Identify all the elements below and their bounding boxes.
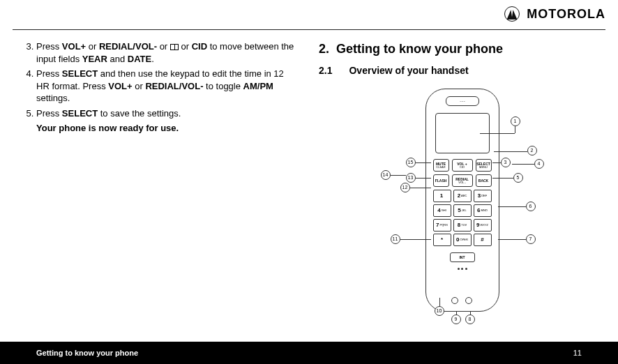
keynum: # xyxy=(481,236,483,244)
list-item: Press SELECT and then use the keypad to … xyxy=(36,68,299,105)
footer-title: Getting to know your phone xyxy=(36,349,138,357)
callout-4: 4 xyxy=(534,159,544,169)
lead-line xyxy=(416,178,431,179)
key-1: 1 xyxy=(433,190,451,202)
text: CID xyxy=(192,41,207,52)
keynum: * xyxy=(441,236,443,244)
callout-7: 7 xyxy=(526,234,536,244)
text: SELECT xyxy=(62,68,98,79)
text: Press xyxy=(36,68,62,79)
ready-note: Your phone is now ready for use. xyxy=(13,122,299,135)
left-column: Press VOL+ or REDIAL/VOL- or or CID to m… xyxy=(13,40,299,317)
callout-3: 3 xyxy=(501,158,511,167)
callout-15: 15 xyxy=(406,158,416,167)
lead-line xyxy=(416,162,431,163)
label: CLEAR xyxy=(436,166,445,169)
callout-6: 6 xyxy=(526,202,536,211)
lead-line xyxy=(492,178,513,179)
text: YEAR xyxy=(82,54,107,64)
back-button: BACK xyxy=(476,174,492,187)
text: SELECT xyxy=(62,108,98,119)
text: Press xyxy=(36,41,62,52)
key-9: 9WXYZ xyxy=(474,219,492,232)
text: settings. xyxy=(36,93,70,103)
subsection-name: Overview of your handset xyxy=(349,64,468,77)
keypad: 1 2ABC 3DEF 4GHI 5JKL 6MNO 7PQRS 8TUV 9W… xyxy=(433,190,492,246)
select-menu-button: SELECT MENU xyxy=(476,159,492,172)
lead-line xyxy=(391,175,406,176)
section-name: Getting to know your phone xyxy=(336,42,503,56)
keynum: 1 xyxy=(440,192,443,200)
text: REDIAL/VOL- xyxy=(145,81,203,91)
key-4: 4GHI xyxy=(433,204,451,217)
keylbl: OPER xyxy=(460,238,468,241)
callout-5: 5 xyxy=(513,173,523,183)
phonebook-icon xyxy=(170,44,179,50)
microphone-dots xyxy=(458,268,467,270)
earpiece xyxy=(446,96,479,106)
label: VOL - xyxy=(458,181,465,184)
text: . xyxy=(151,54,154,64)
key-2: 2ABC xyxy=(453,190,472,202)
mute-clear-button: MUTE CLEAR xyxy=(433,159,449,172)
keynum: 2 xyxy=(458,192,460,200)
lead-line xyxy=(492,162,501,163)
charging-contact xyxy=(465,297,472,304)
text: VOL+ xyxy=(62,41,86,52)
motorola-logo-icon xyxy=(504,6,520,22)
callout-13: 13 xyxy=(406,173,416,183)
key-hash: # xyxy=(474,234,492,246)
handset-outline: MUTE CLEAR VOL + CID SELECT MENU xyxy=(425,89,499,312)
text: or xyxy=(179,41,192,52)
keylbl: MNO xyxy=(481,208,488,212)
text: to toggle xyxy=(203,81,243,91)
label: CID xyxy=(460,166,465,169)
callout-9: 9 xyxy=(451,314,461,324)
key-star: * xyxy=(433,234,451,246)
key-0: 0OPER xyxy=(453,234,472,246)
key-3: 3DEF xyxy=(474,190,492,202)
flash-button: FLASH xyxy=(433,174,449,187)
keylbl: PQRS xyxy=(440,223,448,227)
keylbl: GHI xyxy=(442,208,446,212)
keynum: 4 xyxy=(437,207,440,215)
list-item: Press VOL+ or REDIAL/VOL- or or CID to m… xyxy=(36,40,299,65)
function-row-1: MUTE CLEAR VOL + CID SELECT MENU xyxy=(433,159,492,172)
key-6: 6MNO xyxy=(474,204,492,217)
subsection-title: 2.1 Overview of your handset xyxy=(319,64,605,77)
right-column: 2. Getting to know your phone 2.1 Overvi… xyxy=(319,40,605,317)
text: DATE xyxy=(128,54,151,64)
lead-line xyxy=(498,239,526,240)
section-number: 2. xyxy=(319,42,329,56)
callout-1: 1 xyxy=(511,116,520,126)
key-7: 7PQRS xyxy=(433,219,451,232)
text: VOL+ xyxy=(108,81,132,91)
label: FLASH xyxy=(435,179,447,183)
keynum: 0 xyxy=(456,236,459,244)
lead-line xyxy=(498,206,526,207)
text: to save the settings. xyxy=(98,108,181,119)
lead-line xyxy=(494,151,527,152)
text: Press xyxy=(36,108,62,119)
keylbl: TUV xyxy=(461,223,467,227)
callout-8: 8 xyxy=(465,314,475,324)
keylbl: DEF xyxy=(481,194,487,197)
page-number: 11 xyxy=(573,349,582,357)
keynum: 7 xyxy=(436,222,439,229)
brand-name: MOTOROLA xyxy=(527,7,605,22)
lead-line xyxy=(400,239,431,240)
subsection-number: 2.1 xyxy=(319,64,332,77)
header-rule xyxy=(13,29,605,30)
text: or xyxy=(157,41,170,52)
page-footer: Getting to know your phone 11 xyxy=(0,342,618,364)
callout-2: 2 xyxy=(527,146,537,156)
handset-diagram: MUTE CLEAR VOL + CID SELECT MENU xyxy=(361,84,564,321)
text: or xyxy=(86,41,99,52)
lead-line xyxy=(515,126,515,133)
keynum: 3 xyxy=(478,192,481,200)
callout-12: 12 xyxy=(400,183,410,192)
callout-11: 11 xyxy=(391,234,400,244)
label: BACK xyxy=(478,179,488,183)
function-row-2: FLASH REDIAL VOL - BACK xyxy=(433,174,492,187)
list-item: Press SELECT to save the settings. xyxy=(36,107,299,120)
